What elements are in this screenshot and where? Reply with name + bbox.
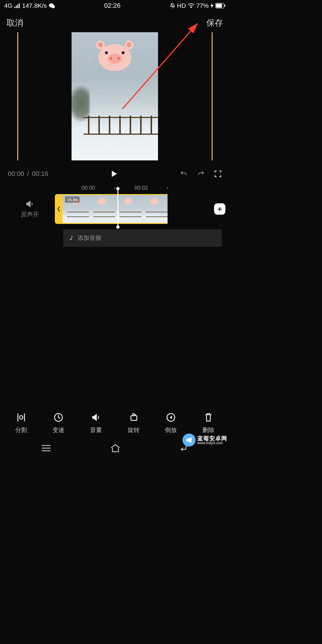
trash-icon (204, 413, 213, 422)
wifi-icon (188, 3, 194, 8)
clip-left-handle[interactable] (55, 194, 63, 224)
split-icon (16, 413, 26, 422)
redo-button[interactable] (197, 170, 205, 178)
svg-rect-8 (216, 4, 222, 8)
svg-point-6 (191, 7, 191, 8)
sound-label: 原声开 (21, 210, 39, 219)
total-duration: 00:16 (32, 170, 48, 178)
clip-tray[interactable]: 16.9s + (55, 194, 222, 224)
chevron-left-icon (57, 206, 61, 212)
current-time: 00:00 (8, 170, 24, 178)
add-clip-button[interactable]: + (214, 203, 225, 215)
svg-rect-0 (14, 7, 15, 8)
nav-menu-button[interactable] (41, 445, 51, 453)
tool-label: 分割 (15, 426, 27, 434)
svg-rect-9 (225, 4, 225, 7)
nav-home-button[interactable] (110, 444, 121, 454)
music-note-icon (69, 236, 74, 241)
tool-label: 变速 (52, 426, 64, 434)
tool-reverse[interactable]: 倒放 (165, 412, 177, 434)
clip-thumb[interactable]: 16.9s (63, 195, 89, 223)
clip-thumb[interactable] (89, 195, 115, 223)
speed-label: 147.8K/s (22, 2, 47, 9)
cancel-button[interactable]: 取消 (7, 17, 23, 29)
timeline-ruler[interactable]: 00:00 00:02 (74, 182, 230, 194)
undo-button[interactable] (179, 170, 188, 178)
status-right: HD 77% (170, 2, 225, 9)
watermark-sub: www.lmkjst.com (197, 441, 227, 445)
watermark: 蓝莓安卓网 www.lmkjst.com (182, 434, 227, 447)
clip-duration-badge: 16.9s (65, 196, 80, 203)
tool-delete[interactable]: 删除 (202, 412, 214, 434)
volume-icon (91, 413, 101, 422)
clip-thumb[interactable] (115, 195, 141, 223)
header: 取消 保存 (0, 11, 230, 32)
wechat-icon (49, 3, 55, 9)
tool-speed[interactable]: 变速 (52, 412, 64, 434)
tool-split[interactable]: 分割 (15, 412, 27, 434)
fence-graphic (83, 117, 158, 135)
frame-left-handle[interactable] (17, 32, 18, 160)
battery-label: 77% (196, 2, 209, 9)
network-label: 4G (4, 2, 13, 9)
clip-thumb[interactable] (141, 195, 168, 223)
rotate-icon (129, 413, 139, 422)
svg-point-5 (51, 5, 55, 8)
video-preview[interactable] (72, 32, 158, 160)
tool-label: 倒放 (165, 426, 177, 434)
svg-rect-3 (19, 3, 20, 8)
signal-icon (14, 3, 20, 8)
speed-icon (53, 412, 64, 422)
playhead[interactable] (117, 189, 118, 227)
tool-volume[interactable]: 音量 (90, 412, 102, 434)
add-audio-button[interactable]: 添加音频 (63, 229, 222, 247)
speaker-icon (25, 200, 34, 208)
ruler-tick-1: 00:02 (134, 185, 148, 191)
tool-label: 旋转 (128, 426, 140, 434)
timeline-row: 原声开 16.9s + (0, 194, 230, 224)
ruler-dot (167, 188, 168, 189)
add-audio-label: 添加音频 (78, 234, 101, 242)
svg-rect-11 (20, 416, 23, 419)
preview-area (0, 32, 230, 165)
svg-rect-1 (16, 6, 17, 8)
sound-toggle[interactable]: 原声开 (8, 200, 52, 219)
fullscreen-button[interactable] (214, 170, 222, 178)
menu-icon (41, 445, 51, 452)
time-separator: / (27, 170, 29, 178)
mute-icon (170, 3, 175, 9)
svg-rect-2 (17, 4, 18, 8)
status-time: 02:26 (104, 2, 120, 10)
tool-rotate[interactable]: 旋转 (128, 412, 140, 434)
home-icon (110, 444, 121, 453)
watermark-title: 蓝莓安卓网 (197, 436, 227, 441)
tool-label: 音量 (90, 426, 102, 434)
play-button[interactable] (110, 169, 118, 178)
hd-label: HD (177, 2, 186, 9)
svg-rect-13 (131, 416, 137, 420)
watermark-logo (182, 434, 196, 447)
status-left: 4G 147.8K/s (4, 2, 55, 9)
tree-graphic (72, 86, 89, 122)
bolt-icon (210, 3, 213, 8)
tool-label: 删除 (202, 426, 214, 434)
reverse-icon (166, 412, 176, 422)
frame-right-handle[interactable] (212, 32, 213, 160)
save-button[interactable]: 保存 (206, 17, 223, 29)
battery-icon (215, 3, 225, 8)
pig-sticker[interactable] (95, 44, 134, 71)
snow-ground (72, 135, 158, 160)
time-display: 00:00 / 00:16 (8, 170, 48, 178)
playback-controls: 00:00 / 00:16 (0, 165, 230, 182)
status-bar: 4G 147.8K/s 02:26 HD 77% (0, 0, 230, 11)
ruler-tick-0: 00:00 (82, 185, 95, 191)
ruler-dot (114, 188, 115, 189)
svg-point-17 (189, 440, 192, 443)
preview-frame (43, 32, 187, 160)
clip-strip[interactable]: 16.9s (63, 194, 168, 224)
plus-icon: + (217, 205, 222, 214)
